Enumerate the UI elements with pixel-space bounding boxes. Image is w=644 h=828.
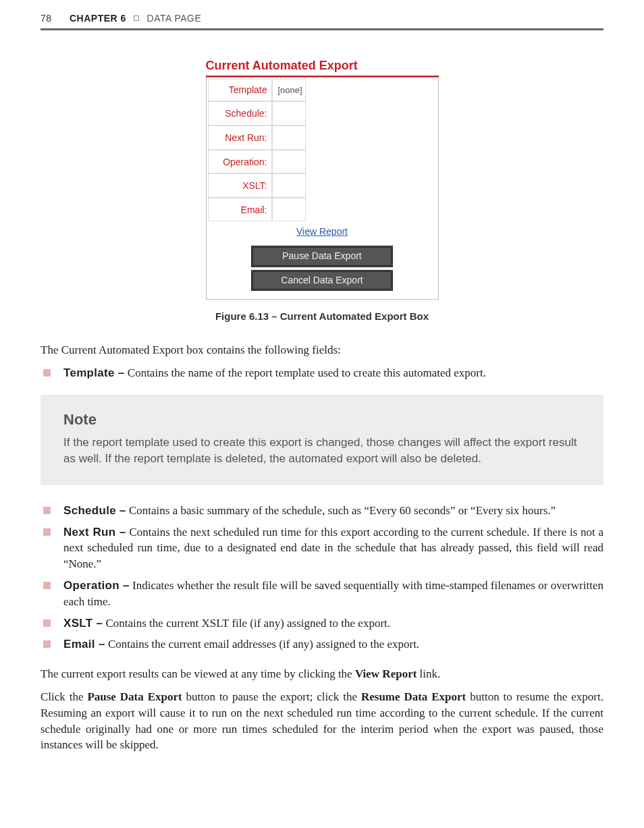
intro-paragraph: The Current Automated Export box contain… [41,342,603,358]
template-field[interactable]: [none] [275,84,302,98]
xslt-label: XSLT: [208,173,272,198]
list-item-text: Contains the name of the report template… [125,366,486,379]
list-item: Next Run – Contains the next scheduled r… [41,524,603,572]
pause-paragraph: Click the Pause Data Export button to pa… [41,689,603,753]
figure-caption: Figure 6.13 – Current Automated Export B… [41,309,603,323]
list-item: Operation – Indicates whether the result… [41,578,603,610]
list-item-label: Email – [63,638,105,651]
resume-bold: Resume Data Export [361,690,466,703]
template-label: Template [208,79,272,102]
chapter-title: DATA PAGE [147,13,202,24]
xslt-field[interactable] [275,175,302,189]
list-item-text: Contains the current email addresses (if… [105,638,419,651]
screenshot-box: Current Automated Export Template [none]… [206,57,439,300]
view-report-link[interactable]: View Report [296,225,348,239]
note-box: Note If the report template used to crea… [41,395,603,485]
list-item-text: Contains the next scheduled run time for… [63,526,603,571]
list-item-text: Contains a basic summary of the schedule… [126,504,556,517]
list-item-label: XSLT – [63,617,103,630]
field-list-2: Schedule – Contains a basic summary of t… [41,503,603,653]
nextrun-label: Next Run: [208,126,272,150]
field-list-1: Template – Contains the name of the repo… [41,365,603,381]
note-body: If the report template used to create th… [63,435,581,468]
email-field[interactable] [275,200,302,213]
screenshot-title: Current Automated Export [206,57,439,77]
list-item-text: Contains the current XSLT file (if any) … [103,617,390,630]
chapter-label: CHAPTER 6 [70,13,126,24]
list-item: Schedule – Contains a basic summary of t… [41,503,603,519]
list-item-label: Schedule – [63,504,126,517]
cancel-data-export-button[interactable]: Cancel Data Export [251,270,393,292]
list-item-text: Indicates whether the result file will b… [63,579,603,608]
schedule-label: Schedule: [208,101,272,126]
list-item: Email – Contains the current email addre… [41,636,603,653]
list-item: Template – Contains the name of the repo… [41,365,603,381]
list-item: XSLT – Contains the current XSLT file (i… [41,615,603,632]
running-header: 78 CHAPTER 6 DATA PAGE [41,12,603,30]
email-label: Email: [208,198,272,222]
list-item-label: Next Run – [63,526,126,539]
view-report-paragraph: The current export results can be viewed… [41,666,603,682]
pause-data-export-button[interactable]: Pause Data Export [251,246,393,267]
list-item-label: Operation – [63,579,130,592]
operation-field[interactable] [275,152,302,165]
schedule-field[interactable] [275,103,302,117]
view-report-bold: View Report [355,667,417,680]
square-icon [134,16,139,21]
page-number: 78 [41,13,52,24]
note-title: Note [63,410,581,431]
pause-bold: Pause Data Export [87,690,182,703]
nextrun-field[interactable] [275,128,302,141]
list-item-label: Template – [63,366,125,379]
operation-label: Operation: [208,150,272,174]
